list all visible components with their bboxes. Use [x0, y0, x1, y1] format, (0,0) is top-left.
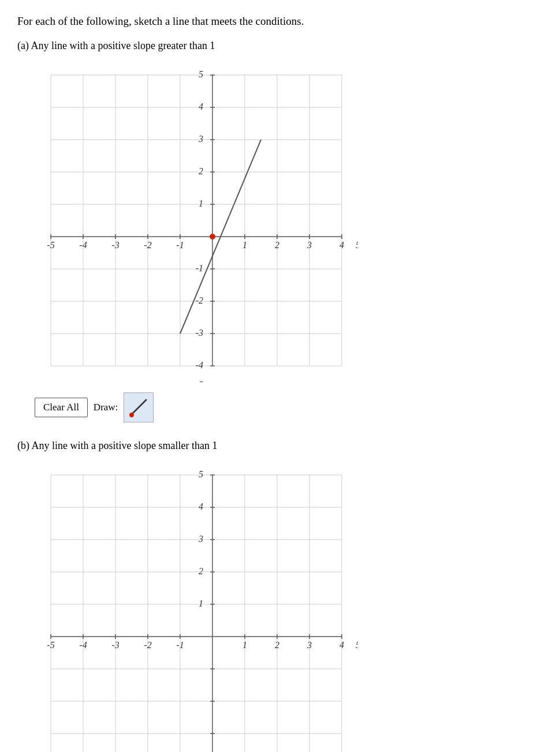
svg-text:-5: -5: [47, 640, 54, 650]
svg-text:1: 1: [242, 640, 247, 650]
svg-text:-5: -5: [196, 380, 203, 382]
svg-text:1: 1: [242, 240, 247, 250]
svg-text:-4: -4: [196, 360, 203, 370]
svg-text:-2: -2: [196, 295, 203, 305]
svg-text:1: 1: [199, 598, 203, 608]
svg-point-61: [129, 413, 134, 417]
svg-text:3: 3: [307, 240, 312, 250]
svg-text:2: 2: [275, 640, 279, 650]
svg-text:-3: -3: [111, 640, 119, 650]
clear-all-button-a[interactable]: Clear All: [35, 398, 88, 417]
graph-a[interactable]: -5 -4 -3 -2 -1 1 2 3 4 5 4 3 2 1 -1 -2 -…: [35, 59, 358, 382]
svg-text:4: 4: [339, 240, 344, 250]
svg-text:5: 5: [199, 469, 203, 479]
draw-icon-a[interactable]: [124, 392, 154, 422]
graph-b-svg: -5 -4 -3 -2 -1 1 2 3 4 5 5 4 3 2 1: [35, 459, 358, 752]
part-b-label: (b) Any line with a positive slope small…: [17, 440, 543, 452]
graph-b[interactable]: -5 -4 -3 -2 -1 1 2 3 4 5 5 4 3 2 1: [35, 459, 358, 752]
svg-text:5: 5: [356, 640, 358, 650]
svg-text:5: 5: [356, 240, 358, 250]
page-instructions: For each of the following, sketch a line…: [17, 14, 543, 29]
svg-text:4: 4: [199, 102, 203, 111]
svg-text:-4: -4: [79, 240, 87, 250]
svg-text:2: 2: [199, 566, 203, 576]
svg-text:4: 4: [339, 640, 344, 650]
svg-text:1: 1: [199, 199, 203, 208]
svg-text:-2: -2: [144, 240, 151, 250]
svg-text:-3: -3: [111, 240, 119, 250]
svg-text:3: 3: [307, 640, 312, 650]
svg-text:-1: -1: [196, 263, 203, 273]
svg-text:2: 2: [275, 240, 279, 250]
draw-label-a: Draw:: [94, 402, 118, 413]
svg-text:-2: -2: [144, 640, 151, 650]
controls-a: Clear All Draw:: [35, 392, 543, 422]
svg-text:-3: -3: [196, 328, 203, 338]
svg-text:4: 4: [199, 502, 203, 511]
svg-text:-1: -1: [176, 240, 184, 250]
svg-text:3: 3: [198, 134, 203, 144]
pencil-icon: [127, 396, 150, 419]
svg-text:5: 5: [199, 69, 203, 79]
svg-text:2: 2: [199, 166, 203, 176]
svg-text:-5: -5: [47, 240, 54, 250]
svg-text:-1: -1: [176, 640, 184, 650]
svg-text:-4: -4: [79, 640, 87, 650]
graph-a-svg: -5 -4 -3 -2 -1 1 2 3 4 5 4 3 2 1 -1 -2 -…: [35, 59, 358, 382]
part-a-label: (a) Any line with a positive slope great…: [17, 40, 543, 52]
svg-point-59: [210, 234, 215, 240]
svg-text:3: 3: [198, 534, 203, 544]
